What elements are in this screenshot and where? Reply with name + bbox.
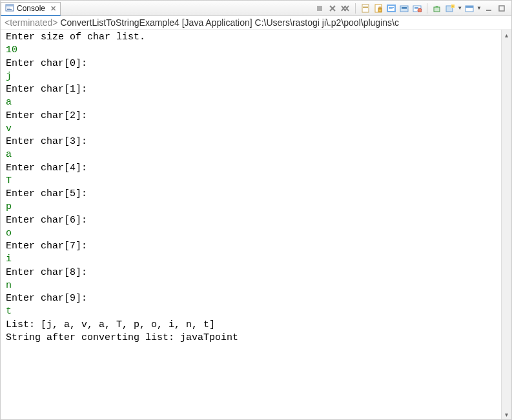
stdout-line: Enter char[6]:	[6, 214, 496, 227]
svg-rect-13	[389, 7, 394, 8]
svg-rect-7	[363, 7, 368, 8]
console-toolbar: + ▼ ▼	[314, 3, 511, 14]
svg-rect-21	[415, 8, 418, 9]
tab-console[interactable]: Console ✕	[1, 2, 61, 16]
tab-title: Console	[17, 4, 45, 13]
stdout-line: Enter size of char list.	[6, 31, 496, 44]
clear-icon[interactable]	[360, 3, 371, 14]
display-selected-icon[interactable]	[411, 3, 423, 14]
stdin-line: i	[6, 253, 496, 266]
svg-rect-16	[402, 7, 407, 8]
stdout-line: Enter char[0]:	[6, 57, 496, 70]
remove-launch-icon[interactable]	[327, 3, 338, 14]
svg-text:+: +	[452, 5, 454, 8]
close-icon[interactable]: ✕	[50, 5, 56, 13]
remove-all-icon[interactable]	[340, 3, 351, 14]
svg-rect-4	[317, 6, 322, 11]
svg-rect-20	[415, 7, 418, 8]
svg-rect-27	[466, 6, 473, 8]
scroll-lock-icon[interactable]	[373, 3, 384, 14]
svg-rect-28	[486, 10, 491, 11]
tab-bar: Console ✕ +	[1, 1, 511, 16]
scrollbar[interactable]: ▴ ▾	[501, 30, 511, 419]
pin-icon[interactable]	[398, 3, 410, 14]
scroll-up-icon[interactable]: ▴	[502, 30, 511, 40]
separator	[355, 3, 356, 14]
launch-description: <terminated> ConvertListToStringExample4…	[1, 16, 511, 30]
minimize-icon[interactable]	[483, 3, 495, 14]
stdin-line: p	[6, 201, 496, 214]
svg-rect-14	[389, 8, 393, 9]
launch-path: C:\Users\rastogi ji\.p2\pool\plugins\c	[255, 17, 399, 28]
stdin-line: a	[6, 96, 496, 109]
svg-rect-22	[434, 7, 440, 12]
stdout-line: Enter char[7]:	[6, 240, 496, 253]
svg-rect-17	[402, 8, 407, 9]
select-console-icon[interactable]	[464, 3, 475, 14]
stdin-line: t	[6, 305, 496, 318]
launch-status: <terminated>	[5, 17, 58, 28]
word-wrap-icon[interactable]	[385, 3, 397, 14]
terminate-icon[interactable]	[314, 3, 325, 14]
console-output[interactable]: Enter size of char list.10Enter char[0]:…	[1, 30, 501, 419]
dropdown-icon[interactable]: ▼	[457, 5, 462, 11]
stdin-line: a	[6, 148, 496, 161]
stdin-line: 10	[6, 44, 496, 57]
scroll-down-icon[interactable]: ▾	[502, 409, 511, 419]
svg-rect-6	[363, 6, 368, 6]
launch-type: [Java Application]	[182, 17, 252, 28]
stdout-line: Enter char[8]:	[6, 266, 496, 279]
stdout-line: Enter char[4]:	[6, 162, 496, 175]
stdin-line: o	[6, 227, 496, 240]
maximize-icon[interactable]	[496, 3, 507, 14]
svg-rect-5	[362, 5, 369, 12]
stdout-line: Enter char[9]:	[6, 292, 496, 305]
launch-name: ConvertListToStringExample4	[60, 17, 179, 28]
new-console-icon[interactable]: +	[444, 3, 456, 14]
stdin-line: j	[6, 70, 496, 83]
stdin-line: n	[6, 279, 496, 292]
svg-rect-3	[7, 9, 12, 10]
stdout-line: Enter char[2]:	[6, 110, 496, 123]
svg-rect-2	[7, 8, 10, 8]
console-body: Enter size of char list.10Enter char[0]:…	[1, 30, 511, 419]
stdout-line: String after converting list: javaTpoint	[6, 332, 496, 345]
stdout-line: Enter char[1]:	[6, 83, 496, 96]
console-view-icon	[5, 3, 14, 14]
stdout-line: List: [j, a, v, a, T, p, o, i, n, t]	[6, 319, 496, 332]
stdout-line: Enter char[5]:	[6, 188, 496, 201]
separator	[427, 3, 427, 14]
svg-rect-1	[6, 5, 14, 6]
stdin-line: v	[6, 123, 496, 135]
stdin-line: T	[6, 175, 496, 188]
stdout-line: Enter char[3]:	[6, 135, 496, 148]
open-console-icon[interactable]	[431, 3, 443, 14]
svg-rect-29	[499, 6, 504, 11]
dropdown-icon[interactable]: ▼	[476, 5, 482, 11]
